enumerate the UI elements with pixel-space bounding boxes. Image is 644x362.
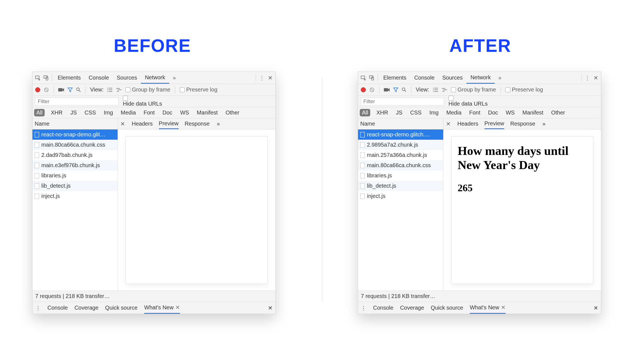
- chip-font[interactable]: Font: [142, 109, 156, 116]
- waterfall-icon[interactable]: [116, 88, 122, 92]
- kebab-menu-icon[interactable]: ⋮: [258, 74, 266, 82]
- chip-manifest[interactable]: Manifest: [521, 109, 545, 116]
- camera-icon[interactable]: [58, 88, 64, 92]
- group-by-frame-checkbox[interactable]: Group by frame: [125, 86, 171, 93]
- name-column-header[interactable]: Name: [32, 118, 118, 129]
- request-row[interactable]: lib_detect.js: [32, 181, 118, 191]
- chip-other[interactable]: Other: [549, 109, 567, 116]
- hide-data-urls-checkbox[interactable]: Hide data URLs: [448, 96, 488, 107]
- tab-console[interactable]: Console: [410, 72, 438, 84]
- request-row[interactable]: main.257a366a.chunk.js: [358, 150, 443, 160]
- drawer-tab-coverage[interactable]: Coverage: [74, 302, 98, 314]
- drawer-tab-quicksource[interactable]: Quick source: [431, 302, 463, 314]
- chip-manifest[interactable]: Manifest: [195, 109, 220, 116]
- group-by-frame-checkbox[interactable]: Group by frame: [451, 86, 496, 93]
- drawer-close-icon[interactable]: ✕: [268, 305, 273, 311]
- request-row[interactable]: 2.9895a7a2.chunk.js: [358, 140, 443, 150]
- chip-xhr[interactable]: XHR: [49, 109, 64, 116]
- detail-tabs-overflow-icon[interactable]: »: [217, 121, 220, 127]
- drawer-close-icon[interactable]: ✕: [594, 305, 598, 311]
- request-row[interactable]: main.80ca66ca.chunk.css: [358, 160, 443, 170]
- request-row[interactable]: main.e3ef976b.chunk.js: [32, 160, 118, 170]
- filter-input[interactable]: [35, 98, 118, 105]
- record-button[interactable]: [361, 87, 366, 92]
- close-icon[interactable]: ✕: [501, 304, 506, 311]
- chip-media[interactable]: Media: [445, 109, 463, 116]
- request-row[interactable]: main.80ca66ca.chunk.css: [32, 140, 118, 150]
- record-button[interactable]: [35, 87, 40, 92]
- filter-input[interactable]: [361, 98, 444, 105]
- tab-elements[interactable]: Elements: [54, 72, 85, 84]
- chip-css[interactable]: CSS: [83, 109, 98, 116]
- tab-elements[interactable]: Elements: [379, 72, 410, 84]
- chip-doc[interactable]: Doc: [486, 109, 500, 116]
- device-toggle-icon[interactable]: [42, 74, 50, 82]
- tabs-overflow-icon[interactable]: »: [170, 74, 179, 82]
- detail-tab-preview[interactable]: Preview: [485, 118, 504, 129]
- filter-funnel-icon[interactable]: [393, 87, 398, 92]
- drawer-tab-whatsnew[interactable]: What's New✕: [470, 302, 506, 314]
- request-list[interactable]: react-snap-demo.glitch.… 2.9895a7a2.chun…: [358, 129, 443, 290]
- close-icon[interactable]: ✕: [175, 304, 180, 311]
- close-devtools-icon[interactable]: ✕: [266, 74, 274, 82]
- chip-font[interactable]: Font: [468, 109, 482, 116]
- chip-ws[interactable]: WS: [504, 109, 516, 116]
- request-list[interactable]: react-no-snap-demo.glit… main.80ca66ca.c…: [32, 129, 118, 290]
- filter-funnel-icon[interactable]: [68, 87, 73, 92]
- kebab-menu-icon[interactable]: ⋮: [583, 74, 592, 82]
- detail-tab-preview[interactable]: Preview: [159, 118, 179, 129]
- preserve-log-checkbox[interactable]: Preserve log: [180, 86, 217, 93]
- drawer-tab-coverage[interactable]: Coverage: [400, 302, 424, 314]
- chip-media[interactable]: Media: [119, 109, 137, 116]
- detail-tabs-overflow-icon[interactable]: »: [542, 121, 546, 127]
- tab-network[interactable]: Network: [141, 72, 169, 84]
- tab-sources[interactable]: Sources: [113, 72, 141, 84]
- request-row[interactable]: react-snap-demo.glitch.…: [358, 129, 443, 140]
- drawer-tab-console[interactable]: Console: [373, 302, 393, 314]
- chip-doc[interactable]: Doc: [161, 109, 174, 116]
- inspect-icon[interactable]: [34, 74, 42, 82]
- chip-ws[interactable]: WS: [178, 109, 191, 116]
- drawer-menu-icon[interactable]: ⋮: [361, 305, 366, 311]
- drawer-tab-quicksource[interactable]: Quick source: [105, 302, 138, 314]
- request-row[interactable]: libraries.js: [358, 170, 443, 181]
- detail-tab-response[interactable]: Response: [185, 118, 210, 129]
- large-rows-icon[interactable]: [107, 88, 113, 92]
- chip-other[interactable]: Other: [224, 109, 241, 116]
- waterfall-icon[interactable]: [442, 88, 448, 92]
- inspect-icon[interactable]: [359, 74, 367, 82]
- search-icon[interactable]: [76, 87, 81, 92]
- request-row[interactable]: lib_detect.js: [358, 181, 443, 191]
- request-row[interactable]: 2.dad97bab.chunk.js: [32, 150, 118, 160]
- camera-icon[interactable]: [384, 88, 390, 92]
- drawer-tab-console[interactable]: Console: [47, 302, 68, 314]
- close-detail-icon[interactable]: ✕: [445, 121, 451, 127]
- clear-icon[interactable]: [44, 87, 49, 93]
- detail-tab-headers[interactable]: Headers: [457, 118, 478, 129]
- chip-img[interactable]: Img: [428, 109, 440, 116]
- chip-all[interactable]: All: [360, 109, 370, 116]
- drawer-tab-whatsnew[interactable]: What's New✕: [144, 302, 180, 314]
- chip-js[interactable]: JS: [394, 109, 404, 116]
- large-rows-icon[interactable]: [433, 88, 438, 92]
- chip-all[interactable]: All: [34, 109, 45, 116]
- chip-img[interactable]: Img: [102, 109, 115, 116]
- hide-data-urls-checkbox[interactable]: Hide data URLs: [123, 96, 162, 107]
- chip-xhr[interactable]: XHR: [375, 109, 390, 116]
- close-detail-icon[interactable]: ✕: [120, 121, 126, 127]
- preserve-log-checkbox[interactable]: Preserve log: [505, 86, 543, 93]
- request-row[interactable]: react-no-snap-demo.glit…: [32, 129, 118, 140]
- chip-js[interactable]: JS: [69, 109, 78, 116]
- drawer-menu-icon[interactable]: ⋮: [35, 305, 41, 311]
- chip-css[interactable]: CSS: [409, 109, 423, 116]
- name-column-header[interactable]: Name: [358, 118, 443, 129]
- tab-sources[interactable]: Sources: [438, 72, 466, 84]
- detail-tab-response[interactable]: Response: [510, 118, 535, 129]
- detail-tab-headers[interactable]: Headers: [132, 118, 153, 129]
- tabs-overflow-icon[interactable]: »: [496, 74, 504, 82]
- clear-icon[interactable]: [369, 87, 375, 93]
- tab-network[interactable]: Network: [466, 72, 495, 84]
- tab-console[interactable]: Console: [85, 72, 113, 84]
- search-icon[interactable]: [402, 87, 407, 92]
- request-row[interactable]: inject.js: [32, 191, 118, 201]
